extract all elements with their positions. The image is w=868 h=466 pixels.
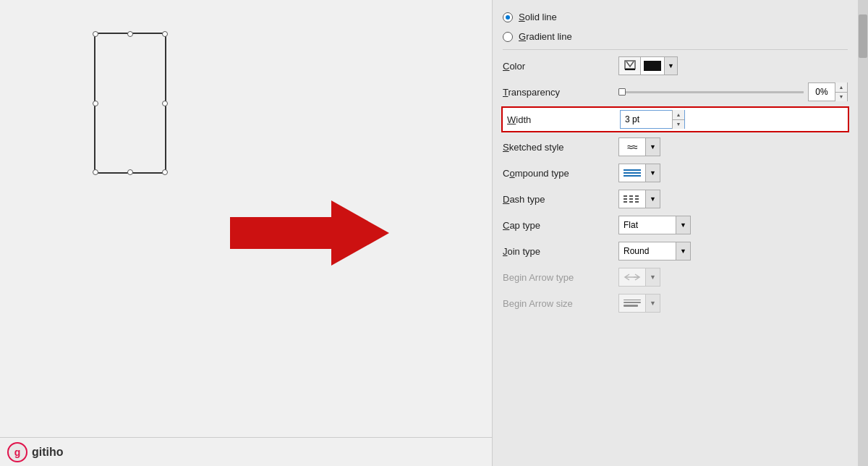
width-spinner[interactable]: 3 pt ▲ ▼ bbox=[620, 110, 685, 129]
dash-label: Dash type bbox=[503, 194, 618, 205]
prop-row-cap: Cap type Flat ▼ bbox=[503, 212, 848, 238]
prop-row-transparency: Transparency 0% ▲ ▼ bbox=[503, 79, 848, 105]
handle-bottom-left[interactable] bbox=[93, 169, 98, 175]
cap-control[interactable]: Flat ▼ bbox=[618, 216, 691, 234]
handle-mid-right[interactable] bbox=[162, 101, 168, 106]
radio-solid-label: Solid line bbox=[519, 12, 557, 22]
begin-arrow-size-control: ▼ bbox=[618, 294, 660, 313]
svg-marker-0 bbox=[230, 200, 389, 266]
canvas-area: g gitiho bbox=[0, 0, 492, 466]
prop-row-sketched: Sketched style ≈≈ ▼ bbox=[503, 134, 848, 160]
prop-row-compound: Compound type ▼ bbox=[503, 160, 848, 186]
begin-arrow-type-btn: ▼ bbox=[645, 268, 660, 286]
begin-arrow-size-icon bbox=[619, 295, 645, 312]
cap-label: Cap type bbox=[503, 220, 618, 231]
transparency-down[interactable]: ▼ bbox=[835, 93, 847, 102]
handle-mid-bottom[interactable] bbox=[127, 169, 133, 175]
sketched-label: Sketched style bbox=[503, 142, 618, 153]
transparency-slider[interactable] bbox=[618, 91, 804, 93]
radio-gradient-label: Gradient line bbox=[519, 31, 572, 42]
shape-rect bbox=[94, 33, 166, 174]
slider-thumb[interactable] bbox=[618, 88, 626, 96]
radio-row-gradient[interactable]: Gradient line bbox=[503, 27, 848, 46]
radio-row-solid[interactable]: Solid line bbox=[503, 7, 848, 27]
prop-row-begin-arrow-size: Begin Arrow size ▼ bbox=[503, 290, 848, 316]
panel-content: Solid line Gradient line Color bbox=[493, 0, 858, 466]
begin-arrow-size-btn: ▼ bbox=[645, 295, 660, 312]
red-arrow-container bbox=[230, 197, 389, 269]
prop-row-width: Width 3 pt ▲ ▼ bbox=[501, 106, 849, 132]
dash-icon bbox=[619, 190, 645, 208]
join-label: Join type bbox=[503, 246, 618, 257]
join-dropdown-btn[interactable]: ▼ bbox=[676, 242, 690, 260]
width-arrows[interactable]: ▲ ▼ bbox=[672, 110, 684, 129]
prop-row-dash: Dash type ▼ bbox=[503, 186, 848, 212]
compound-icon bbox=[619, 164, 645, 182]
handle-mid-top[interactable] bbox=[127, 31, 133, 37]
sketched-icon: ≈≈ bbox=[619, 138, 645, 156]
prop-row-join: Join type Round ▼ bbox=[503, 238, 848, 264]
logo-icon: g bbox=[7, 442, 27, 462]
handle-top-left[interactable] bbox=[93, 31, 98, 37]
begin-arrow-size-label: Begin Arrow size bbox=[503, 298, 618, 309]
transparency-up[interactable]: ▲ bbox=[835, 82, 847, 93]
shape-container bbox=[87, 18, 181, 185]
begin-arrow-type-label: Begin Arrow type bbox=[503, 272, 618, 283]
handle-top-right[interactable] bbox=[162, 31, 168, 37]
join-value: Round bbox=[619, 246, 676, 256]
prop-row-color: Color ▼ bbox=[503, 53, 848, 79]
logo-name: gitiho bbox=[32, 446, 64, 459]
divider-1 bbox=[503, 49, 848, 50]
width-up[interactable]: ▲ bbox=[673, 110, 684, 120]
radio-gradient[interactable] bbox=[503, 32, 513, 42]
color-icon bbox=[619, 57, 641, 75]
transparency-arrows[interactable]: ▲ ▼ bbox=[835, 82, 847, 101]
dash-dropdown-btn[interactable]: ▼ bbox=[645, 190, 660, 208]
color-swatch bbox=[644, 61, 661, 71]
scrollbar[interactable] bbox=[858, 0, 868, 466]
join-control[interactable]: Round ▼ bbox=[618, 242, 691, 260]
width-down[interactable]: ▼ bbox=[673, 120, 684, 130]
svg-rect-2 bbox=[625, 69, 635, 70]
radio-solid[interactable] bbox=[503, 12, 513, 22]
transparency-value: 0% bbox=[809, 87, 835, 97]
transparency-control: 0% ▲ ▼ bbox=[618, 82, 848, 101]
width-label: Width bbox=[504, 114, 620, 125]
compound-dropdown-btn[interactable]: ▼ bbox=[645, 164, 660, 182]
color-label: Color bbox=[503, 61, 618, 72]
begin-arrow-type-icon bbox=[619, 268, 645, 286]
handle-bottom-right[interactable] bbox=[162, 169, 168, 175]
width-value: 3 pt bbox=[621, 114, 672, 124]
bottom-bar: g gitiho bbox=[0, 437, 492, 466]
compound-control[interactable]: ▼ bbox=[618, 164, 660, 182]
red-arrow-icon bbox=[230, 197, 389, 269]
begin-arrow-type-control: ▼ bbox=[618, 268, 660, 287]
handle-mid-left[interactable] bbox=[93, 101, 98, 106]
scrollbar-thumb[interactable] bbox=[859, 14, 867, 58]
color-dropdown-btn[interactable]: ▼ bbox=[664, 57, 677, 75]
dash-control[interactable]: ▼ bbox=[618, 190, 660, 208]
cap-value: Flat bbox=[619, 220, 676, 230]
cap-dropdown-btn[interactable]: ▼ bbox=[676, 216, 690, 234]
color-control[interactable]: ▼ bbox=[618, 56, 678, 75]
transparency-label: Transparency bbox=[503, 87, 618, 98]
prop-row-begin-arrow-type: Begin Arrow type ▼ bbox=[503, 264, 848, 290]
sketched-dropdown-btn[interactable]: ▼ bbox=[645, 138, 660, 156]
compound-label: Compound type bbox=[503, 168, 618, 179]
sketched-control[interactable]: ≈≈ ▼ bbox=[618, 137, 660, 156]
right-panel: Solid line Gradient line Color bbox=[492, 0, 868, 466]
transparency-spinner[interactable]: 0% ▲ ▼ bbox=[808, 82, 848, 101]
